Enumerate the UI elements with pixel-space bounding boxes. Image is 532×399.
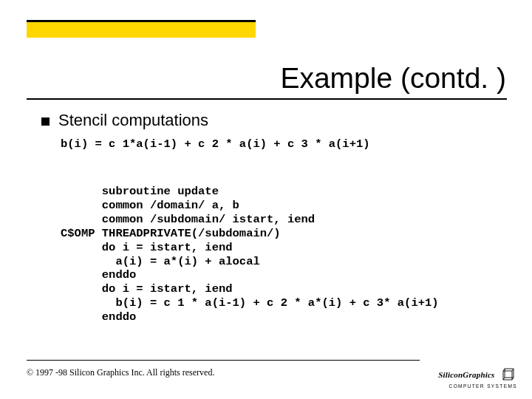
title-underline: [27, 98, 507, 100]
logo-subtext: COMPUTER SYSTEMS: [438, 383, 517, 389]
cube-icon: [501, 366, 517, 383]
square-bullet-icon: [41, 117, 50, 126]
bullet-text: Stencil computations: [58, 111, 208, 130]
slide-title: Example (contd. ): [0, 62, 506, 95]
footer-rule: [27, 360, 420, 361]
decorative-top-band: [27, 20, 256, 38]
bullet-item: Stencil computations: [41, 111, 499, 130]
code-block: subroutine update common /domain/ a, b c…: [61, 185, 499, 324]
stencil-equation: b(i) = c 1*a(i-1) + c 2 * a(i) + c 3 * a…: [61, 137, 499, 151]
slide-body: Stencil computations b(i) = c 1*a(i-1) +…: [41, 111, 499, 324]
slide: Example (contd. ) Stencil computations b…: [0, 0, 532, 399]
logo-brand-text: SiliconGraphics: [438, 370, 494, 379]
sgi-logo: SiliconGraphics COMPUTER SYSTEMS: [438, 366, 517, 389]
footer-copyright: © 1997 -98 Silicon Graphics Inc. All rig…: [27, 367, 214, 378]
